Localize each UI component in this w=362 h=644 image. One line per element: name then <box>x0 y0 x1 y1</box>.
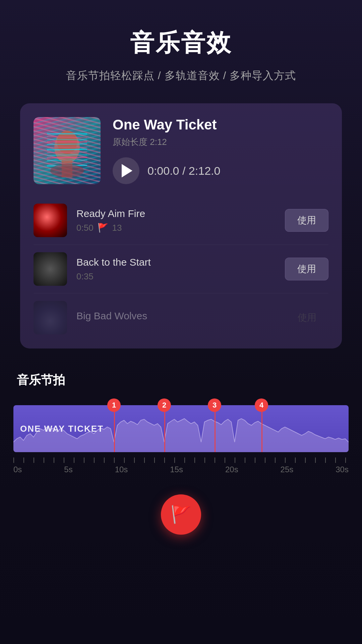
play-icon <box>122 164 132 177</box>
svg-line-8 <box>47 149 87 150</box>
track-meta-2: 0:35 <box>76 271 276 282</box>
beat-marker-2: 2 <box>158 398 171 412</box>
track-flags-1: 13 <box>112 223 122 233</box>
track-time-1: 0:50 <box>76 223 94 233</box>
page-subtitle: 音乐节拍轻松踩点 / 多轨道音效 / 多种导入方式 <box>66 68 296 83</box>
album-art <box>34 117 101 184</box>
main-card: One Way Ticket 原始长度 2:12 0:00.0 / 2:12.0… <box>20 103 342 348</box>
timeline-label-10s: 10s <box>115 465 128 474</box>
track-info-3: Big Bad Wolves <box>76 310 276 325</box>
track-item-3: Big Bad Wolves 使用 <box>34 293 328 342</box>
fab-button[interactable]: 🚩 <box>161 494 201 535</box>
beat-marker-3: 3 <box>208 398 221 412</box>
track-time-2: 0:35 <box>76 271 94 282</box>
flag-icon-1: 🚩 <box>98 223 108 233</box>
track-thumb-2 <box>34 252 67 286</box>
beat-line-4 <box>261 405 262 452</box>
beat-marker-circle-4: 4 <box>255 398 268 412</box>
page-container: 音乐音效 音乐节拍轻松踩点 / 多轨道音效 / 多种导入方式 <box>0 0 362 644</box>
waveform-track-label: ONE WAY TICKET <box>20 424 104 434</box>
beat-section: 音乐节拍 1 2 3 <box>13 372 349 474</box>
beat-line-3 <box>215 405 216 452</box>
timeline-labels: 0s 5s 10s 15s 20s 25s 30s <box>13 465 349 474</box>
waveform-track[interactable]: ONE WAY TICKET <box>13 405 349 452</box>
play-button[interactable] <box>113 157 139 184</box>
timeline-label-15s: 15s <box>170 465 183 474</box>
tick-marks <box>13 458 349 463</box>
track-info-1: Ready Aim Fire 0:50 🚩 13 <box>76 208 276 233</box>
track-info-2: Back to the Start 0:35 <box>76 257 276 282</box>
track-item-1: Ready Aim Fire 0:50 🚩 13 使用 <box>34 196 328 245</box>
time-display: 0:00.0 / 2:12.0 <box>147 164 220 177</box>
svg-line-4 <box>47 139 87 140</box>
beat-line-1 <box>114 405 115 452</box>
song-info: One Way Ticket 原始长度 2:12 0:00.0 / 2:12.0 <box>113 117 328 184</box>
timeline-label-5s: 5s <box>64 465 72 474</box>
beat-line-2 <box>164 405 165 452</box>
face-svg <box>47 124 87 177</box>
track-list: Ready Aim Fire 0:50 🚩 13 使用 Back to the … <box>34 196 328 342</box>
song-title: One Way Ticket <box>113 117 328 133</box>
beat-marker-circle-3: 3 <box>208 398 221 412</box>
svg-line-9 <box>47 152 87 153</box>
svg-line-6 <box>47 144 87 145</box>
use-button-2[interactable]: 使用 <box>285 258 328 280</box>
timeline-label-25s: 25s <box>281 465 294 474</box>
now-playing-section: One Way Ticket 原始长度 2:12 0:00.0 / 2:12.0 <box>34 117 328 184</box>
track-thumb-3 <box>34 301 67 334</box>
beat-label: 音乐节拍 <box>13 372 349 388</box>
track-thumb-1 <box>34 204 67 237</box>
use-button-1[interactable]: 使用 <box>285 209 328 232</box>
beat-marker-4: 4 <box>255 398 268 412</box>
beat-marker-circle-1: 1 <box>107 398 121 412</box>
svg-line-11 <box>47 157 87 158</box>
track-item-2: Back to the Start 0:35 使用 <box>34 245 328 293</box>
timeline: 0s 5s 10s 15s 20s 25s 30s <box>13 458 349 474</box>
track-name-3: Big Bad Wolves <box>76 310 276 322</box>
song-duration-label: 原始长度 2:12 <box>113 136 328 148</box>
page-title: 音乐音效 <box>130 27 232 59</box>
svg-line-10 <box>47 155 87 155</box>
album-art-inner <box>34 117 101 184</box>
timeline-label-20s: 20s <box>225 465 238 474</box>
flag-fab-icon: 🚩 <box>171 505 191 524</box>
track-name-1: Ready Aim Fire <box>76 208 276 219</box>
use-button-3[interactable]: 使用 <box>286 307 328 329</box>
track-meta-1: 0:50 🚩 13 <box>76 223 276 233</box>
beat-marker-circle-2: 2 <box>158 398 171 412</box>
beat-marker-1: 1 <box>107 398 121 412</box>
svg-point-16 <box>50 164 84 177</box>
track-name-2: Back to the Start <box>76 257 276 268</box>
waveform-container: 1 2 3 4 ONE WAY <box>13 398 349 452</box>
timeline-label-30s: 30s <box>336 465 349 474</box>
player-controls: 0:00.0 / 2:12.0 <box>113 157 328 184</box>
timeline-ticks <box>13 458 349 463</box>
timeline-label-0s: 0s <box>13 465 22 474</box>
